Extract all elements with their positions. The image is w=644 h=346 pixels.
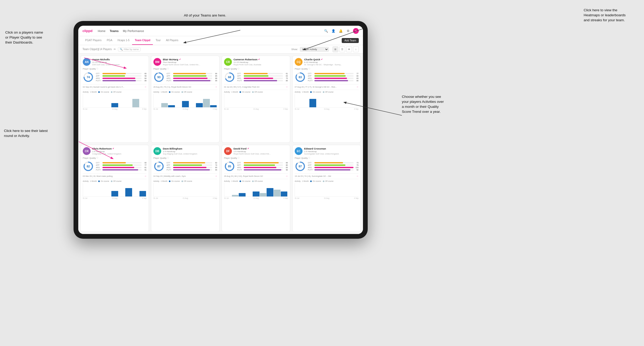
donut-container[interactable]: 82 [83,161,94,172]
player-handicap: 11-15 Handicap [92,61,147,63]
tab-pga[interactable]: PGA [104,36,115,45]
player-name[interactable]: Charlie Quick ✔ [304,58,359,61]
player-card[interactable]: BM Blair McHarg ✔ Plus Handicap Royal No… [151,56,220,143]
quality-circle-wrap[interactable]: 87 OTT 82 APP 74 ARG [153,161,217,172]
player-name[interactable]: Edward Crossman [304,147,359,150]
add-team-button[interactable]: Add Team [342,38,359,43]
tab-tour[interactable]: Tour [153,36,163,45]
nav-teams[interactable]: Teams [110,29,119,33]
quality-circle-wrap[interactable]: 83 OTT 77 APP 80 ARG [295,72,359,83]
donut-container[interactable]: 85 [224,161,235,172]
player-header: DB Dave Billingham 1-5 Handicap Sog Magi… [153,147,217,155]
player-card[interactable]: CR Cameron Robertson ✔ 11-15 Handicap Ro… [222,56,290,143]
player-name[interactable]: Dave Billingham [163,147,217,150]
latest-round-arrow[interactable]: → [215,86,217,88]
latest-round[interactable]: 02 Sep 23 | Sunset round to get back int… [83,84,147,88]
player-card[interactable]: DB Dave Billingham 1-5 Handicap Sog Magi… [151,145,220,232]
tab-hcaps[interactable]: Hcaps 1-5 [115,36,132,45]
latest-round-arrow[interactable]: → [144,86,147,88]
player-header: DF David Ford ✔ 1-5 Handicap Royal North… [224,147,288,155]
stat-row-app: APP 77 [96,164,147,166]
quality-circle-wrap[interactable]: 82 OTT 60 APP 77 ARG [83,161,147,172]
player-info: Chris Robertson ✔ 1-5 Handicap Craigmill… [92,147,147,155]
tab-team-clippd[interactable]: Team Clippd [132,36,153,45]
quality-label: Player Quality ⓘ [153,67,217,70]
show-select[interactable]: Player Activity Quality Score Trend [300,47,329,52]
activity-label: Activity · 1 Month [153,91,167,93]
chart-bar [267,188,273,196]
latest-round-arrow[interactable]: → [144,175,147,177]
sort-button[interactable]: ↕ [353,46,359,52]
stat-row-putt: PUTT 94 [167,169,217,171]
latest-round[interactable]: 26 Aug 23 | 84 (+12), Royal North Devon … [224,173,288,177]
donut-container[interactable]: 74 [83,72,94,83]
quality-circle-wrap[interactable]: 74 OTT 60 APP 58 ARG [83,72,147,83]
search-icon[interactable]: 🔍 [324,29,328,33]
user-icon[interactable]: 👤 [331,29,336,33]
latest-round-arrow[interactable]: → [285,175,288,177]
latest-round-arrow[interactable]: → [285,86,288,88]
chart-bar [232,195,239,196]
stat-row-ott: OTT 84 [167,73,217,74]
nav-my-performance[interactable]: My Performance [123,29,144,33]
quality-circle-wrap[interactable]: 87 OTT 73 APP 79 ARG [295,161,359,172]
quality-label: Player Quality ⓘ [224,157,288,159]
search-box[interactable]: 🔍 Filter by name [118,47,141,51]
donut-container[interactable]: 68 [224,72,235,83]
latest-round[interactable]: 03 Mar 23 | 19, Must make putting → [83,173,147,177]
stat-row-putt: PUTT 92 [308,169,359,171]
list-view-button[interactable]: ☰ [339,46,345,52]
player-header: CQ Charlie Quick ✔ 6-10 Handicap St. Geo… [295,58,359,66]
player-name[interactable]: Aaron Nicholls [92,58,147,61]
player-handicap: 11-15 Handicap [233,61,288,63]
on-course-legend: On course [240,180,250,182]
off-course-legend: Off course [252,180,263,182]
tab-pgat-players[interactable]: PGAT Players [82,36,104,45]
grid-view-button[interactable]: ⊞ [333,46,338,52]
latest-round[interactable]: 04 Sep 23 | Mobility with coach, Gym → [153,173,217,177]
stat-row-putt: PUTT 91 [96,169,147,171]
latest-round[interactable]: 07 Aug 23 | 77 (+7), St George's Hill GC… [295,84,359,88]
quality-label: Player Quality ⓘ [153,157,217,159]
settings-icon[interactable]: ⚙ [346,29,350,33]
player-name[interactable]: Chris Robertson ✔ [92,147,147,150]
quality-circle-wrap[interactable]: 85 OTT 89 APP 80 ARG [224,161,288,172]
player-card[interactable]: CR Chris Robertson ✔ 1-5 Handicap Craigm… [80,145,149,232]
filter-button[interactable]: ▼ [346,46,352,52]
tab-all-players[interactable]: All Players [163,36,181,45]
chart-date-label: 4 Sep [354,197,359,199]
player-card[interactable]: EC Edward Crossman 1-5 Handicap Sunningd… [292,145,361,232]
player-name[interactable]: David Ford ✔ [233,147,288,150]
latest-round-arrow[interactable]: → [215,175,217,177]
quality-circle-wrap[interactable]: 68 OTT 61 APP 63 ARG [224,72,288,83]
player-name[interactable]: Cameron Robertson ✔ [233,58,288,61]
stat-row-app: APP 79 [308,164,359,166]
player-handicap: 6-10 Handicap [304,61,359,63]
chart-date-label: 4 Sep [283,108,288,110]
tablet-screen: clippd Home Teams My Performance 🔍 👤 🔔 ⚙… [78,26,363,234]
bell-icon[interactable]: 🔔 [338,29,343,33]
donut-container[interactable]: 93 [153,72,164,83]
donut-container[interactable]: 87 [295,161,306,172]
off-course-legend: Off course [323,180,334,182]
chart-date-label: 31 Jul [224,108,228,110]
chart-date-label: 31 Jul [83,197,87,199]
activity-header: Activity · 1 Month On course Off course [224,180,288,182]
nav-home[interactable]: Home [98,29,105,33]
latest-round[interactable]: 02 Jul 23 | 59 (+17), Craigmillar Park G… [224,84,288,88]
player-card[interactable]: CQ Charlie Quick ✔ 6-10 Handicap St. Geo… [292,56,361,143]
latest-round-arrow[interactable]: → [356,86,359,88]
latest-round[interactable]: 19 Jul 23 | 74 (+4), Sunningdale GC - Ol… [295,173,359,177]
donut-container[interactable]: 83 [295,72,306,83]
quality-circle-wrap[interactable]: 93 OTT 84 APP 85 ARG [153,72,217,83]
player-card[interactable]: AN Aaron Nicholls 11-15 Handicap Drift G… [80,56,149,143]
donut-container[interactable]: 87 [153,161,164,172]
latest-round[interactable]: 26 Aug 23 | 73 (+1), Royal North Devon G… [153,84,217,88]
player-name[interactable]: Blair McHarg ✔ [163,58,217,61]
edit-icon[interactable]: ✏ [114,48,116,51]
avatar[interactable]: A [353,28,359,34]
player-card[interactable]: DF David Ford ✔ 1-5 Handicap Royal North… [222,145,290,232]
chart-bar [182,101,189,107]
latest-round-arrow[interactable]: → [356,175,359,177]
quality-label: Player Quality ⓘ [224,67,288,70]
